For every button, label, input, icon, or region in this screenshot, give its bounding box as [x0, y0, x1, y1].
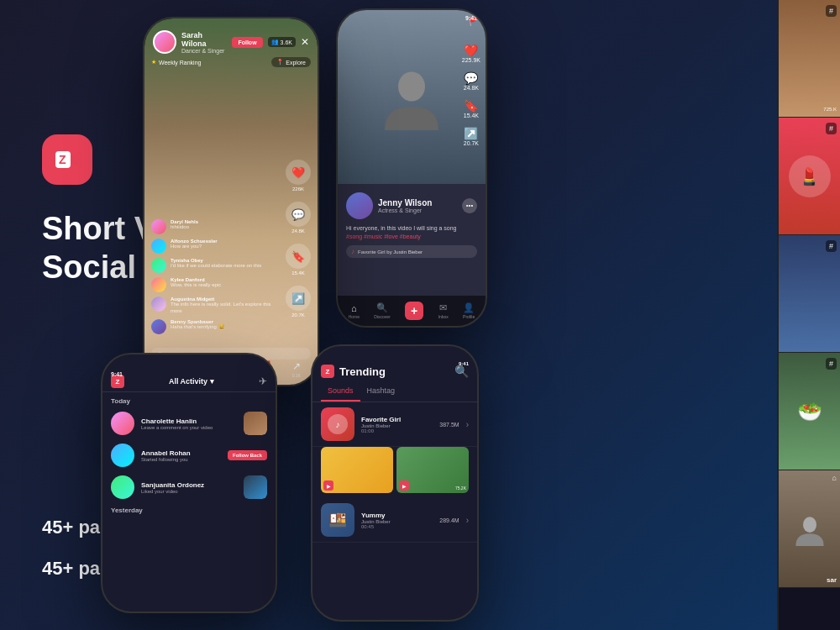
bookmark-action[interactable]: 🔖 15.4K — [286, 244, 311, 276]
comment-avatar — [151, 277, 166, 292]
profile-caption: Hi everyone, in this video I will sing a… — [346, 224, 477, 241]
nav-inbox[interactable]: ✉ Inbox — [438, 302, 449, 319]
profile-info-section: Jenny Wilson Actress & Singer ••• Hi eve… — [338, 184, 486, 267]
profile-avatar — [346, 192, 373, 219]
trending-time: 9:41 — [459, 361, 469, 366]
hashtag-badge-1: # — [826, 5, 837, 17]
comment-item: Augustina Midgett The info here is reall… — [151, 297, 279, 315]
strip-label-5: sar — [827, 576, 837, 584]
trending-title: Trending — [339, 365, 454, 378]
comment-stat: 💬 24.8K — [462, 71, 480, 91]
nav-discover[interactable]: 🔍 Discover — [374, 302, 390, 319]
follow-button[interactable]: Follow — [232, 37, 262, 48]
share-action[interactable]: ↗️ 20.7K — [286, 286, 311, 318]
profile-name-block: Jenny Wilson Actress & Singer — [378, 198, 432, 213]
bookmark-icon: 🔖 — [286, 244, 311, 269]
stats-right: ❤️ 225.9K 💬 24.8K 🔖 15.4K ↗️ 20.7K — [462, 44, 480, 146]
inbox-nav-icon: ✉ — [439, 302, 447, 313]
nav-profile[interactable]: 👤 Profile — [463, 302, 475, 319]
phone-nav: ⌂ Home 🔍 Discover + ✉ Inbox 👤 Profile — [338, 296, 486, 326]
grid-thumb-2: ▶ 75.2K — [396, 447, 469, 493]
svg-point-4 — [803, 517, 816, 533]
follow-back-button[interactable]: Follow Back — [228, 450, 267, 460]
strip-item-3: # — [779, 235, 840, 353]
send-icon[interactable]: ✈ — [259, 375, 267, 387]
profile-name: Jenny Wilson — [378, 198, 432, 207]
comment-avatar — [151, 319, 166, 334]
profile-row: Jenny Wilson Actress & Singer ••• — [346, 192, 477, 219]
sanjuanita-avatar — [111, 475, 134, 499]
yummy-thumb: 🍱 — [321, 503, 354, 537]
search-icon[interactable]: 🔍 — [454, 365, 469, 378]
svg-marker-2 — [72, 151, 82, 168]
music-text: Favorite Girl by Justin Bieber — [358, 249, 423, 255]
share-stat: ↗️ 20.7K — [462, 127, 480, 146]
tab-sounds[interactable]: Sounds — [321, 383, 360, 402]
share-count-action[interactable]: ↗ 0.1K — [292, 360, 301, 378]
strip-item-2: 💄 # — [779, 118, 840, 235]
yummy-info: Yummy Justin Bieber 00:45 — [361, 512, 433, 529]
nav-post[interactable]: + — [405, 302, 423, 320]
comment-item: Kylee Danford Wow, this is really epic — [151, 277, 279, 292]
explore-button[interactable]: 📍 Explore — [271, 57, 311, 67]
music-bar: ♪ Favorite Girl by Justin Bieber — [346, 245, 477, 258]
post-plus-icon: + — [405, 302, 423, 320]
comment-avatar — [151, 297, 166, 312]
annabel-avatar — [111, 444, 134, 467]
charolette-info: Charolette Hanlin Leave a comment on you… — [141, 417, 237, 430]
comment-item: Daryl Nehls hihiiidoo — [151, 219, 279, 234]
charolette-avatar — [111, 412, 134, 435]
phone-activity: 9:41 Z All Activity ▾ ✈ Today Charolette… — [101, 353, 277, 613]
trending-logo: Z — [321, 365, 334, 378]
close-button[interactable]: ✕ — [301, 36, 309, 48]
grid-count: 75.2K — [455, 486, 466, 491]
nav-home[interactable]: ⌂ Home — [349, 303, 360, 319]
phone-profile: 9:41 🚩 ❤️ 225.9K 💬 24.8K — [336, 8, 487, 328]
video-user-text: Sarah Wilona Dancer & Singer — [181, 31, 227, 54]
profile-video-bg: 🚩 ❤️ 225.9K 💬 24.8K 🔖 15.4K ↗️ 20.7K — [338, 10, 486, 184]
comment-action[interactable]: 💬 24.8K — [286, 202, 311, 234]
grid-thumb-1: ▶ — [321, 447, 393, 493]
heart-action[interactable]: ❤️ 226K — [286, 160, 311, 192]
share-count-icon: ↗ — [292, 360, 301, 372]
music-icon: ♪ — [351, 248, 354, 255]
home-strip-icon: ⌂ — [832, 474, 837, 482]
svg-point-3 — [398, 72, 425, 102]
heart-icon: ❤️ — [286, 160, 311, 185]
trending-tabs: Sounds Hashtag — [312, 383, 477, 402]
strip-item-1: # 725.K — [779, 0, 840, 118]
yesterday-label: Yesterday — [102, 503, 276, 516]
strip-item-4: 🥗 # — [779, 353, 840, 470]
comment-item: Tynisha Obey I'd like if we could elabor… — [151, 258, 279, 273]
video-actions: ❤️ 226K 💬 24.8K 🔖 15.4K ↗️ 20.7K — [286, 160, 311, 318]
phone-video-feed: Sarah Wilona Dancer & Singer Follow 👥 3.… — [143, 17, 319, 386]
hashtag-badge-3: # — [826, 240, 837, 252]
chevron-right-icon-2: › — [466, 516, 469, 525]
all-activity-dropdown[interactable]: All Activity ▾ — [169, 377, 214, 386]
sanjuanita-video-thumb — [244, 475, 267, 499]
favgirl-info: Favorite Girl Justin Bieber 01:00 — [361, 416, 433, 433]
share-stat-icon: ↗️ — [464, 127, 478, 140]
play-icon: ▶ — [323, 480, 333, 491]
discover-nav-icon: 🔍 — [376, 302, 388, 313]
activity-header: Z All Activity ▾ ✈ — [102, 368, 276, 392]
heart-stat-icon: ❤️ — [464, 44, 478, 57]
app-logo-icon: Z — [42, 134, 92, 185]
sanjuanita-info: Sanjuanita Ordonez Liked your video — [141, 481, 237, 494]
more-button[interactable]: ••• — [462, 198, 477, 213]
ranking-text: ★ Weekly Ranking — [151, 59, 201, 66]
strip-count-1: 725.K — [823, 107, 837, 112]
video-user-sub: Dancer & Singer — [181, 48, 227, 54]
profile-nav-icon: 👤 — [463, 302, 475, 313]
comment-item: Benny Spanbauer Haha that's terrifying 😅 — [151, 319, 279, 334]
activity-time: 9:41 — [111, 371, 123, 377]
trend-item-favgirl: ♪ Favorite Girl Justin Bieber 01:00 387.… — [312, 402, 477, 447]
tab-hashtag[interactable]: Hashtag — [360, 383, 402, 402]
heart-stat: ❤️ 225.9K — [462, 44, 480, 63]
comment-avatar — [151, 258, 166, 273]
play-icon: ▶ — [399, 480, 409, 491]
svg-text:Z: Z — [59, 153, 66, 166]
chevron-right-icon: › — [466, 420, 469, 429]
annabel-info: Annabel Rohan Started following you — [141, 449, 221, 462]
video-user-info: Sarah Wilona Dancer & Singer Follow 👥 3.… — [153, 30, 309, 54]
